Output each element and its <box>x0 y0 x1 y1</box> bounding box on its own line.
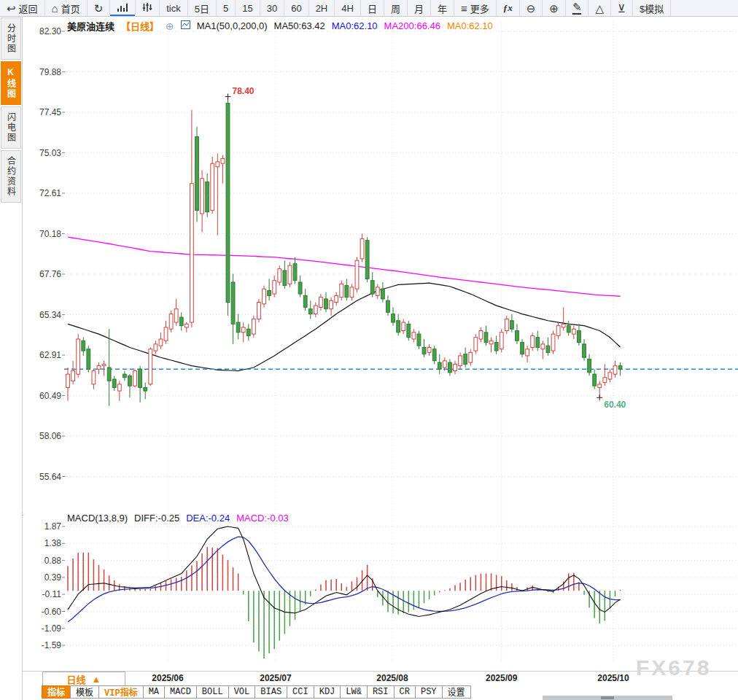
watermark: FX678 <box>636 656 711 680</box>
tab-rsi[interactable]: RSI <box>367 685 395 699</box>
svg-text:-0.11: -0.11 <box>42 589 62 599</box>
bar-chart-icon <box>117 2 128 15</box>
horizontal-scrollbar[interactable] <box>543 696 672 700</box>
svg-text:65.34: 65.34 <box>39 310 61 320</box>
toolbar-bar-chart[interactable] <box>110 0 136 16</box>
toolbar-shape-down[interactable]: ⊻ <box>611 0 633 16</box>
toolbar-5day[interactable]: 5日 <box>188 0 217 16</box>
toolbar-2h[interactable]: 2H <box>309 0 335 16</box>
svg-text:2025/08: 2025/08 <box>376 673 408 683</box>
ma0-blue-value: MA0:62.10 <box>332 20 378 31</box>
ma200-value: MA200:66.46 <box>384 20 440 31</box>
ma0-orange-value: MA0:62.10 <box>447 20 493 31</box>
toolbar-min5[interactable]: 5 <box>217 0 236 16</box>
ma50-value: MA50:63.42 <box>274 20 325 31</box>
macd-params-label: MACD(13,8,9) <box>67 513 128 524</box>
toolbar-simulate[interactable]: $模拟 <box>633 0 671 16</box>
tab-template[interactable]: 模板 <box>70 685 99 699</box>
tab-cci[interactable]: CCI <box>287 685 314 699</box>
toolbar-4h[interactable]: 4H <box>335 0 361 16</box>
macd-header: MACD(13,8,9) DIFF:-0.25 DEA:-0.24 MACD:-… <box>67 513 289 524</box>
svg-text:70.18: 70.18 <box>39 229 61 239</box>
chart-title-row: 美原油连续【日线】 ⊕ MA1(50,0,200,0) MA50:63.42 M… <box>67 19 493 33</box>
toolbar-zoom-in[interactable]: ⊕ <box>543 0 566 16</box>
svg-text:77.45: 77.45 <box>39 107 61 117</box>
toolbar: ↩返回⌂首页↻tick5日51530602H4H日周月年≡更多ƒx⊖⊕✎△⊻$模… <box>0 0 738 17</box>
toolbar-month[interactable]: 月 <box>408 0 431 16</box>
svg-text:60.49: 60.49 <box>39 391 61 401</box>
toolbar-candle-tool[interactable] <box>136 0 160 16</box>
toolbar-shape-up[interactable]: △ <box>589 0 611 16</box>
period-selector[interactable]: 日线 ▲ <box>42 672 125 686</box>
svg-text:55.64: 55.64 <box>39 472 61 482</box>
toolbar-day[interactable]: 日 <box>361 0 384 16</box>
period-tag: 【日线】 <box>121 19 159 33</box>
svg-text:82.30: 82.30 <box>39 26 61 36</box>
sidebar-item-contract-info[interactable]: 合约资料 <box>1 150 21 203</box>
svg-text:78.40: 78.40 <box>232 86 254 96</box>
tab-kdj[interactable]: KDJ <box>314 685 341 699</box>
tab-psy[interactable]: PSY <box>415 685 443 699</box>
tab-indicator[interactable]: 指标 <box>42 685 71 699</box>
toolbar-home[interactable]: ⌂首页 <box>45 0 88 16</box>
zoom-out-icon: ⊖ <box>527 3 536 14</box>
tab-boll[interactable]: BOLL <box>196 685 229 699</box>
back-arrow-icon: ↩ <box>7 3 16 14</box>
tab-vol[interactable]: VOL <box>228 685 256 699</box>
scrollbar-notch <box>601 696 614 699</box>
tab-lw[interactable]: LW& <box>340 685 368 699</box>
macd-diff-value: DIFF:-0.25 <box>134 513 179 524</box>
period-label: 日线 <box>67 672 86 686</box>
svg-text:-1.09: -1.09 <box>42 623 62 634</box>
toolbar-year[interactable]: 年 <box>431 0 454 16</box>
tab-ma[interactable]: MA <box>143 685 165 699</box>
toolbar-back[interactable]: ↩返回 <box>0 0 45 16</box>
toolbar-min30[interactable]: 30 <box>260 0 284 16</box>
toolbar-zoom-out[interactable]: ⊖ <box>520 0 543 16</box>
home-icon: ⌂ <box>52 3 58 14</box>
svg-text:0.39: 0.39 <box>44 572 62 583</box>
toolbar-more[interactable]: ≡更多 <box>454 0 497 16</box>
toolbar-week[interactable]: 周 <box>384 0 408 16</box>
candlestick-icon <box>142 2 152 15</box>
svg-text:58.06: 58.06 <box>39 431 61 441</box>
mini-chart-icon[interactable] <box>181 20 190 31</box>
toolbar-draw[interactable]: ✎ <box>566 0 589 16</box>
svg-text:72.61: 72.61 <box>39 188 61 198</box>
svg-text:2025/10: 2025/10 <box>597 673 629 683</box>
sidebar-item-time-chart[interactable]: 分时图 <box>1 18 21 60</box>
add-indicator-icon[interactable]: ⊕ <box>166 20 174 32</box>
sidebar-item-kline-chart[interactable]: K线图 <box>1 61 21 105</box>
chart-canvas[interactable]: 82.3079.8877.4575.0372.6170.1867.7665.34… <box>0 0 738 700</box>
toolbar-min15[interactable]: 15 <box>236 0 260 16</box>
zoom-in-icon: ⊕ <box>549 3 559 14</box>
tab-vip-indicator[interactable]: VIP指标 <box>98 685 144 699</box>
toolbar-tick[interactable]: tick <box>160 0 188 16</box>
svg-text:60.40: 60.40 <box>604 400 626 410</box>
svg-text:75.03: 75.03 <box>39 148 61 158</box>
svg-text:2025/07: 2025/07 <box>260 673 292 683</box>
ma-config-label: MA1(50,0,200,0) <box>197 20 268 31</box>
tab-macd[interactable]: MACD <box>164 685 197 699</box>
refresh-icon: ↻ <box>94 3 104 14</box>
sidebar: 分时图K线图闪电图合约资料 <box>0 17 23 700</box>
triangle-down-line-icon: ⊻ <box>618 3 626 14</box>
svg-text:62.91: 62.91 <box>39 350 61 360</box>
svg-text:2025/06: 2025/06 <box>152 673 184 683</box>
tab-cr[interactable]: CR <box>394 685 416 699</box>
toolbar-fx[interactable]: ƒx <box>497 0 520 16</box>
tab-settings[interactable]: 设置 <box>442 685 471 699</box>
macd-macd-value: MACD:-0.03 <box>236 513 289 524</box>
svg-text:79.88: 79.88 <box>39 67 61 77</box>
svg-text:-0.60: -0.60 <box>42 607 62 617</box>
svg-text:1.87: 1.87 <box>44 521 62 532</box>
macd-dea-value: DEA:-0.24 <box>186 513 230 524</box>
toolbar-min60[interactable]: 60 <box>284 0 308 16</box>
toolbar-refresh[interactable]: ↻ <box>88 0 111 16</box>
svg-text:-1.59: -1.59 <box>42 640 62 650</box>
triangle-up-icon: ▲ <box>92 674 101 685</box>
menu-icon: ≡ <box>461 3 467 14</box>
sidebar-item-lightning-chart[interactable]: 闪电图 <box>1 106 21 149</box>
tab-bias[interactable]: BIAS <box>255 685 287 699</box>
triangle-up-icon: △ <box>595 3 604 14</box>
